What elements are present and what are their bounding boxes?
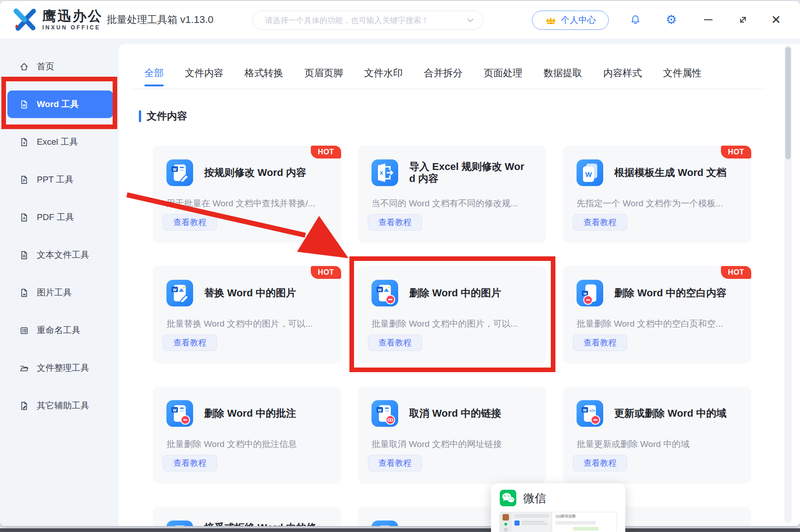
scrollbar-thumb[interactable] (785, 47, 791, 159)
sidebar-item-label: PPT 工具 (37, 174, 74, 186)
card-icon-doc-pencil: w (166, 159, 193, 186)
sidebar: 首页wWord 工具xExcel 工具PPPT 工具APDF 工具文本文件工具图… (0, 39, 119, 526)
tab-4[interactable]: 文件水印 (364, 64, 403, 89)
card-title: 删除 Word 中的空白内容 (614, 287, 726, 299)
wechat-window-thumbnail: QQ邮箱提醒 (499, 512, 617, 532)
doc-p-icon: P (19, 175, 29, 185)
taskbar-edge-strip (0, 528, 800, 532)
view-tutorial-button[interactable]: 查看教程 (368, 214, 422, 231)
tab-5[interactable]: 合并拆分 (424, 64, 463, 89)
mini-chat-icon (514, 521, 520, 526)
view-tutorial-button[interactable]: 查看教程 (368, 455, 422, 471)
brand-name: 鹰迅办公 (42, 9, 103, 23)
sidebar-item-label: 图片工具 (37, 287, 72, 299)
close-button[interactable]: ✕ (766, 1, 786, 39)
card-icon-img-minus: w (371, 280, 398, 306)
tool-card-1[interactable]: x导入 Excel 规则修改 Word 内容当不同的 Word 文档有不同的修改… (358, 146, 546, 243)
settings-button[interactable]: ⚙ (661, 1, 681, 39)
svg-text:w: w (172, 407, 177, 413)
card-description: 用于批量在 Word 文档中查找并替换/... (166, 198, 327, 209)
minimize-icon (704, 19, 713, 21)
sidebar-item-doc-edit[interactable]: 其它辅助工具 (0, 387, 119, 424)
notification-bell-button[interactable] (625, 1, 646, 39)
tab-0[interactable]: 全部 (144, 64, 164, 89)
chevron-down-icon (467, 18, 474, 23)
doc-img-icon (19, 288, 29, 298)
svg-text:x: x (23, 141, 25, 145)
sidebar-item-label: 其它辅助工具 (37, 400, 89, 412)
avatar (503, 514, 509, 521)
card-icon-doc-stack: W (577, 159, 603, 186)
view-tutorial-button[interactable]: 查看教程 (573, 334, 627, 351)
card-icon-excel-import: x (371, 159, 398, 186)
tab-7[interactable]: 数据提取 (543, 64, 582, 89)
card-icon-vba: vbaw (371, 521, 398, 526)
card-title: 根据模板生成 Word 文档 (614, 167, 726, 179)
section-accent-bar (139, 110, 141, 122)
svg-text:</>: </> (589, 408, 595, 413)
tool-card-7[interactable]: w取消 Word 中的链接批量取消 Word 文档中的网址链接查看教程 (358, 386, 546, 484)
tool-card-9[interactable]: w接受或拒绝 Word 中的修订查看教程 (153, 507, 341, 526)
sidebar-item-doc-a[interactable]: APDF 工具 (0, 198, 119, 236)
tab-label: 数据提取 (543, 67, 582, 79)
active-tab-underline (144, 85, 164, 86)
tool-card-0[interactable]: HOTw按规则修改 Word 内容用于批量在 Word 文档中查找并替换/...… (153, 146, 341, 243)
sidebar-item-folder[interactable]: 文件整理工具 (0, 349, 119, 387)
list-icon (19, 326, 29, 335)
svg-text:w: w (377, 287, 382, 292)
view-tutorial-button[interactable]: 查看教程 (573, 455, 627, 471)
svg-text:w: w (377, 407, 382, 413)
tool-card-5[interactable]: HOTw删除 Word 中的空白内容批量删除 Word 文档中的空白页和空...… (563, 266, 751, 363)
view-tutorial-button[interactable]: 查看教程 (368, 334, 422, 351)
svg-text:w: w (583, 291, 587, 296)
logo-x-icon (12, 7, 38, 33)
crown-icon (545, 15, 557, 25)
card-description: 批量删除 Word 文档中的批注信息 (166, 439, 327, 449)
card-title: 取消 Word 中的链接 (409, 407, 501, 419)
sidebar-item-doc-w[interactable]: wWord 工具 (7, 91, 113, 118)
sidebar-item-doc-p[interactable]: PPPT 工具 (0, 161, 119, 198)
card-icon-code-minus: w</> (577, 400, 603, 427)
personal-center-button[interactable]: 个人中心 (532, 11, 609, 30)
svg-text:w: w (172, 287, 177, 292)
minimize-button[interactable] (698, 1, 718, 39)
card-title: 删除 Word 中的批注 (204, 407, 296, 419)
view-tutorial-button[interactable]: 查看教程 (163, 455, 217, 471)
tab-9[interactable]: 文件属性 (663, 64, 702, 89)
tab-2[interactable]: 格式转换 (245, 64, 283, 89)
brand-subtitle: INXUN OFFICE (42, 25, 103, 30)
maximize-restore-button[interactable] (733, 1, 753, 39)
sidebar-item-label: 文件整理工具 (37, 362, 89, 374)
tab-label: 文件水印 (364, 67, 403, 79)
tool-card-2[interactable]: HOTW根据模板生成 Word 文档先指定一个 Word 文档作为一个模板...… (563, 146, 751, 243)
content-panel: 全部文件内容格式转换页眉页脚文件水印合并拆分页面处理数据提取内容样式文件属性 文… (119, 44, 800, 526)
tab-1[interactable]: 文件内容 (185, 64, 223, 89)
sidebar-item-doc-x[interactable]: xExcel 工具 (0, 123, 119, 161)
sidebar-item-doc-lines[interactable]: 文本文件工具 (0, 236, 119, 274)
sidebar-item-list[interactable]: 重命名工具 (0, 311, 119, 349)
card-description: 先指定一个 Word 文档作为一个模板... (577, 198, 737, 209)
card-description: 批量删除 Word 文档中的空白页和空... (577, 319, 737, 329)
tool-card-4[interactable]: w删除 Word 中的图片批量删除 Word 文档中的图片，可以...查看教程 (358, 266, 546, 363)
tab-3[interactable]: 页眉页脚 (304, 64, 343, 89)
svg-text:w: w (583, 407, 587, 413)
home-icon (19, 62, 29, 72)
tool-card-3[interactable]: HOTw替换 Word 中的图片批量替换 Word 文档中的图片，可以...查看… (153, 266, 341, 363)
tab-6[interactable]: 页面处理 (484, 64, 522, 89)
wechat-preview-popup[interactable]: 微信 QQ邮箱提醒 (491, 483, 625, 532)
sidebar-item-home[interactable]: 首页 (0, 48, 119, 85)
sidebar-item-label: Word 工具 (37, 98, 79, 110)
doc-x-icon: x (19, 137, 29, 147)
titlebar: 鹰迅办公 INXUN OFFICE 批量处理工具箱 v1.13.0 请选择一个具… (0, 1, 800, 39)
tool-card-6[interactable]: w删除 Word 中的批注批量删除 Word 文档中的批注信息查看教程 (153, 386, 341, 484)
view-tutorial-button[interactable]: 查看教程 (163, 214, 217, 231)
view-tutorial-button[interactable]: 查看教程 (163, 334, 217, 351)
wechat-mini-sidebar (500, 512, 512, 532)
tab-label: 页面处理 (484, 67, 522, 79)
search-input[interactable]: 请选择一个具体的功能，也可输入关键字搜索！ (252, 11, 483, 30)
tool-card-8[interactable]: w</>更新或删除 Word 中的域批量更新或删除 Word 中的域查看教程 (563, 386, 751, 484)
card-description: 批量替换 Word 文档中的图片，可以... (166, 319, 327, 329)
sidebar-item-doc-img[interactable]: 图片工具 (0, 274, 119, 311)
tab-8[interactable]: 内容样式 (603, 64, 642, 89)
view-tutorial-button[interactable]: 查看教程 (573, 214, 627, 231)
